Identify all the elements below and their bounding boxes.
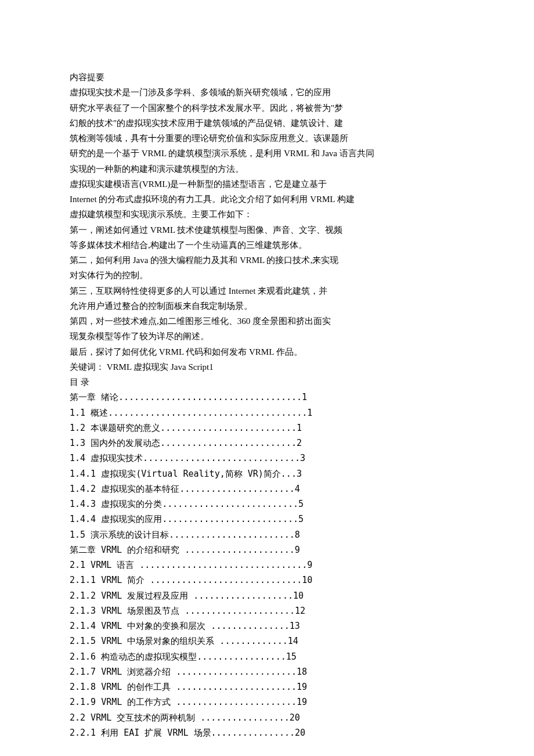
toc-entry: 1.4 虚拟现实技术..............................… xyxy=(70,451,464,466)
abstract-line: 最后，探讨了如何优化 VRML 代码和如何发布 VRML 作品。 xyxy=(70,344,464,359)
abstract-title: 内容提要 xyxy=(70,70,464,85)
abstract-body: 虚拟现实技术是一门涉及多学科、多领域的新兴研究领域，它的应用研究水平表征了一个国… xyxy=(70,85,464,375)
toc-entry: 2.1.2 VRML 发展过程及应用 ...................10 xyxy=(70,588,464,603)
abstract-line: 虚拟建筑模型和实现演示系统。主要工作如下： xyxy=(70,207,464,222)
toc-entry: 2.2.1 利用 EAI 扩展 VRML 场景................2… xyxy=(70,725,464,740)
abstract-line: 第四，对一些技术难点,如二维图形三维化、360 度全景图和挤出面实 xyxy=(70,314,464,329)
toc-entry: 第一章 绪论..................................… xyxy=(70,390,464,405)
abstract-line: 现复杂模型等作了较为详尽的阐述。 xyxy=(70,329,464,344)
toc-entry: 2.1.5 VRML 中场景对象的组织关系 .............14 xyxy=(70,633,464,649)
toc-entry: 2.2 VRML 交互技术的两种机制 .................20 xyxy=(70,710,464,725)
document-page: 内容提要 虚拟现实技术是一门涉及多学科、多领域的新兴研究领域，它的应用研究水平表… xyxy=(0,0,534,756)
abstract-line: 虚拟现实技术是一门涉及多学科、多领域的新兴研究领域，它的应用 xyxy=(70,85,464,100)
toc-entry: 1.2 本课题研究的意义..........................1 xyxy=(70,420,464,435)
toc-title: 目 录 xyxy=(70,375,464,390)
toc-entry: 2.1.4 VRML 中对象的变换和层次 ...............13 xyxy=(70,618,464,633)
abstract-line: 研究的是一个基于 VRML 的建筑模型演示系统，是利用 VRML 和 Java … xyxy=(70,146,464,161)
abstract-line: 研究水平表征了一个国家整个的科学技术发展水平。因此，将被誉为"梦 xyxy=(70,100,464,116)
abstract-line: 实现的一种新的构建和演示建筑模型的方法。 xyxy=(70,161,464,177)
abstract-line: 第二，如何利用 Java 的强大编程能力及其和 VRML 的接口技术,来实现 xyxy=(70,253,464,268)
toc-entry: 1.4.2 虚拟现实的基本特征......................4 xyxy=(70,481,464,496)
abstract-line: 等多媒体技术相结合,构建出了一个生动逼真的三维建筑形体。 xyxy=(70,237,464,253)
abstract-line: 第一，阐述如何通过 VRML 技术使建筑模型与图像、声音、文字、视频 xyxy=(70,222,464,237)
abstract-line: 对实体行为的控制。 xyxy=(70,268,464,283)
toc-entry: 2.1.7 VRML 浏览器介绍 .......................… xyxy=(70,664,464,679)
toc-entry: 2.1.6 构造动态的虚拟现实模型.................15 xyxy=(70,649,464,664)
toc-entry: 2.1 VRML 语言 ............................… xyxy=(70,557,464,573)
abstract-line: 第三，互联网特性使得更多的人可以通过 Internet 来观看此建筑，并 xyxy=(70,283,464,298)
toc-entry: 1.1 概述..................................… xyxy=(70,405,464,420)
abstract-line: 筑检测等领域，具有十分重要的理论研究价值和实际应用意义。该课题所 xyxy=(70,131,464,146)
abstract-line: 幻般的技术"的虚拟现实技术应用于建筑领域的产品促销、建筑设计、建 xyxy=(70,116,464,131)
abstract-line: Internet 的分布式虚拟环境的有力工具。此论文介绍了如何利用 VRML 构… xyxy=(70,192,464,207)
toc-entry: 2.1.9 VRML 的工作方式 .......................… xyxy=(70,694,464,710)
toc-entry: 2.1.8 VRML 的创作工具 .......................… xyxy=(70,679,464,694)
toc-entry: 第二章 VRML 的介绍和研究 .....................9 xyxy=(70,542,464,557)
toc-body: 第一章 绪论..................................… xyxy=(70,390,464,740)
toc-entry: 1.4.3 虚拟现实的分类..........................5 xyxy=(70,496,464,512)
toc-entry: 1.4.1 虚拟现实(Virtual Reality,简称 VR)简介...3 xyxy=(70,466,464,481)
abstract-line: 关键词： VRML 虚拟现实 Java Script1 xyxy=(70,359,464,375)
abstract-line: 允许用户通过整合的控制面板来自我定制场景。 xyxy=(70,298,464,314)
abstract-line: 虚拟现实建模语言(VRML)是一种新型的描述型语言，它是建立基于 xyxy=(70,177,464,192)
toc-entry: 1.5 演示系统的设计目标........................8 xyxy=(70,527,464,542)
toc-entry: 2.1.1 VRML 简介 ..........................… xyxy=(70,573,464,588)
toc-entry: 2.1.3 VRML 场景图及节点 .....................1… xyxy=(70,603,464,618)
toc-entry: 1.3 国内外的发展动态..........................2 xyxy=(70,435,464,451)
toc-entry: 1.4.4 虚拟现实的应用..........................5 xyxy=(70,512,464,527)
